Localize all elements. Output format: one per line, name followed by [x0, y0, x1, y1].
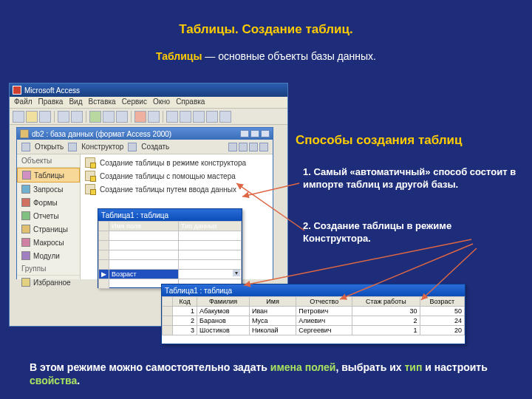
cell[interactable]: 30: [352, 307, 420, 316]
row-selector[interactable]: [99, 279, 109, 289]
design-grid[interactable]: Имя поляТип данных ФамилияТекстовый ИмяТ…: [98, 221, 242, 289]
table-design-titlebar[interactable]: Таблица1 : таблица: [98, 209, 242, 221]
datasheet-grid[interactable]: Код Фамилия Имя Отчество Стаж работы Воз…: [162, 296, 465, 335]
tool-open-icon[interactable]: [26, 111, 38, 123]
field-cell[interactable]: Стаж работы: [109, 260, 179, 270]
tool-redo-icon[interactable]: [148, 111, 160, 123]
tool-cut-icon[interactable]: [89, 111, 101, 123]
row-selector[interactable]: [163, 326, 173, 335]
datasheet-titlebar[interactable]: Таблица1 : таблица: [162, 284, 465, 296]
tool-code-icon[interactable]: [193, 111, 205, 123]
field-cell-selected[interactable]: Возраст: [109, 270, 179, 279]
type-cell[interactable]: Текстовый: [179, 250, 242, 260]
cell[interactable]: Муса: [249, 316, 296, 326]
sidebar-item-queries[interactable]: Запросы: [17, 183, 80, 196]
sidebar-item-macros[interactable]: Макросы: [17, 236, 80, 249]
row-selector-active[interactable]: ▶: [99, 270, 109, 279]
tool-preview-icon[interactable]: [71, 111, 83, 123]
menu-view[interactable]: Вид: [69, 98, 82, 107]
cell[interactable]: 20: [420, 326, 464, 335]
tool-print-icon[interactable]: [58, 111, 69, 123]
row-selector[interactable]: [99, 241, 109, 250]
col-fieldname[interactable]: Имя поля: [109, 222, 179, 231]
field-cell[interactable]: Имя: [109, 241, 179, 250]
cell[interactable]: Алиевич: [296, 316, 352, 326]
open-icon[interactable]: [21, 143, 30, 151]
menu-tools[interactable]: Сервис: [122, 98, 147, 107]
create-table-entry[interactable]: Создание таблицы путем ввода данных: [81, 183, 273, 196]
tool-relationships-icon[interactable]: [166, 111, 178, 123]
sidebar-item-tables[interactable]: Таблицы: [17, 168, 80, 183]
tool-paste-icon[interactable]: [116, 111, 128, 123]
menu-edit[interactable]: Правка: [38, 98, 64, 107]
menu-window[interactable]: Окно: [153, 98, 170, 107]
field-cell[interactable]: Фамилия: [109, 231, 179, 241]
cell[interactable]: 2: [352, 316, 420, 326]
sidebar-head-groups: Группы: [17, 262, 80, 276]
field-cell[interactable]: Отчество: [109, 250, 179, 260]
cell[interactable]: 24: [420, 316, 464, 326]
tool-save-icon[interactable]: [39, 111, 51, 123]
macros-icon: [21, 238, 30, 247]
new-icon[interactable]: [128, 143, 137, 151]
create-table-wizard[interactable]: Создание таблицы с помощью мастера: [81, 169, 273, 183]
cell[interactable]: Иван: [249, 307, 296, 316]
view-list-icon[interactable]: [249, 143, 258, 151]
row-selector[interactable]: [99, 231, 109, 241]
menu-file[interactable]: Файл: [14, 98, 33, 107]
cell[interactable]: Сергеевич: [296, 326, 352, 335]
cell[interactable]: Николай: [249, 326, 296, 335]
close-icon[interactable]: [261, 130, 270, 137]
menu-help[interactable]: Справка: [176, 98, 205, 107]
sidebar-item-modules[interactable]: Модули: [17, 249, 80, 262]
create-table-designer[interactable]: Создание таблицы в режиме конструктора: [81, 156, 273, 169]
type-cell[interactable]: Числовой: [179, 260, 242, 270]
view-small-icon[interactable]: [239, 143, 248, 151]
sidebar-item-pages[interactable]: Страницы: [17, 222, 80, 236]
tool-undo-icon[interactable]: [134, 111, 146, 123]
sidebar-item-favorites[interactable]: Избранное: [17, 276, 80, 289]
view-large-icon[interactable]: [228, 143, 237, 151]
sidebar-item-reports[interactable]: Отчеты: [17, 209, 80, 222]
maximize-icon[interactable]: [250, 130, 259, 137]
view-details-icon[interactable]: [259, 143, 268, 151]
tool-analyze-icon[interactable]: [180, 111, 191, 123]
row-selector[interactable]: [99, 250, 109, 260]
tool-copy-icon[interactable]: [103, 111, 115, 123]
tool-properties-icon[interactable]: [206, 111, 218, 123]
row-selector[interactable]: [99, 260, 109, 270]
col-experience[interactable]: Стаж работы: [352, 297, 420, 307]
minimize-icon[interactable]: [240, 130, 249, 137]
tool-new-icon[interactable]: [13, 111, 24, 123]
menu-insert[interactable]: Вставка: [88, 98, 115, 107]
row-selector[interactable]: [163, 307, 173, 316]
col-lastname[interactable]: Фамилия: [197, 297, 250, 307]
col-firstname[interactable]: Имя: [249, 297, 296, 307]
app-menubar[interactable]: Файл Правка Вид Вставка Сервис Окно Спра…: [10, 97, 287, 109]
col-id[interactable]: Код: [173, 297, 197, 307]
type-cell-combo[interactable]: Числовой: [179, 270, 242, 279]
type-cell[interactable]: Текстовый: [179, 241, 242, 250]
tool-help-icon[interactable]: [219, 111, 231, 123]
cell[interactable]: 1: [173, 307, 197, 316]
db-titlebar[interactable]: db2 : база данных (формат Access 2000): [17, 128, 273, 140]
col-age[interactable]: Возраст: [420, 297, 464, 307]
cell[interactable]: Баранов: [197, 316, 250, 326]
design-icon[interactable]: [68, 143, 77, 151]
cell[interactable]: Абакумов: [197, 307, 250, 316]
col-datatype[interactable]: Тип данных: [179, 222, 242, 231]
db-tool-open[interactable]: Открыть: [35, 143, 64, 151]
db-tool-design[interactable]: Конструктор: [81, 143, 123, 151]
sidebar-item-forms[interactable]: Формы: [17, 196, 80, 209]
type-cell[interactable]: Текстовый: [179, 231, 242, 241]
col-patronymic[interactable]: Отчество: [296, 297, 352, 307]
cell[interactable]: Шостиков: [197, 326, 250, 335]
cell[interactable]: 50: [420, 307, 464, 316]
cell[interactable]: 1: [352, 326, 420, 335]
db-tool-new[interactable]: Создать: [141, 143, 169, 151]
app-titlebar[interactable]: Microsoft Access: [10, 83, 287, 97]
cell[interactable]: 2: [173, 316, 197, 326]
cell[interactable]: Петрович: [296, 307, 352, 316]
cell[interactable]: 3: [173, 326, 197, 335]
row-selector[interactable]: [163, 316, 173, 326]
